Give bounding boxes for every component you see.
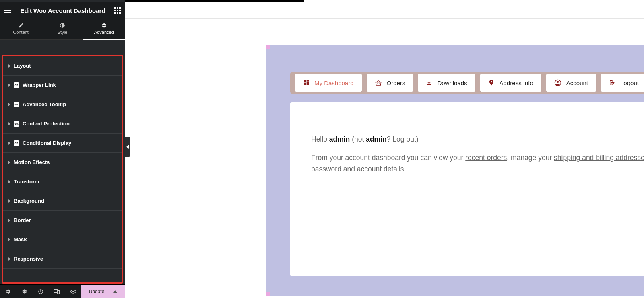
panel-label: Responsive — [14, 256, 43, 262]
tab-logout[interactable]: Logout — [601, 74, 644, 92]
panel-label: Background — [14, 198, 44, 204]
download-icon — [426, 80, 432, 86]
chevron-right-icon — [8, 142, 10, 145]
tab-label: Advanced — [94, 30, 114, 35]
panel-label: Conditional Display — [23, 140, 71, 146]
greeting-line: Hello admin (not admin? Log out) — [311, 134, 644, 145]
username: admin — [329, 135, 350, 143]
svg-point-8 — [377, 84, 378, 84]
ea-badge-icon: ea — [14, 121, 19, 127]
text: , manage your — [507, 154, 554, 162]
svg-rect-2 — [58, 290, 60, 294]
user-icon — [554, 79, 561, 86]
panel-label: Motion Effects — [14, 159, 50, 165]
panel-mask[interactable]: Mask — [3, 230, 122, 249]
text: ? — [387, 135, 393, 143]
section-container[interactable]: My Dashboard Orders Downloads Address In… — [266, 45, 644, 296]
tab-orders[interactable]: Orders — [367, 74, 413, 92]
svg-rect-5 — [307, 80, 309, 82]
svg-rect-6 — [307, 82, 309, 85]
tab-label: Downloads — [437, 80, 467, 86]
chevron-right-icon — [8, 64, 10, 68]
panel-label: Advanced Tooltip — [23, 101, 66, 107]
panel-label: Mask — [14, 236, 27, 243]
elementor-sidebar: Edit Woo Account Dashboard Content Style… — [0, 0, 125, 298]
chevron-right-icon — [8, 103, 10, 106]
gear-icon — [101, 23, 107, 28]
addresses-link[interactable]: shipping and billing addresses — [554, 154, 644, 162]
ea-badge-icon: ea — [14, 140, 19, 146]
gear-icon — [5, 289, 11, 294]
update-label: Update — [89, 289, 105, 294]
editor-subnav: Content Style Advanced — [0, 18, 125, 40]
tab-style[interactable]: Style — [41, 18, 83, 39]
preview-button[interactable] — [65, 285, 81, 298]
resize-handle[interactable] — [266, 45, 270, 49]
tab-my-dashboard[interactable]: My Dashboard — [295, 74, 362, 92]
panel-background[interactable]: Background — [3, 191, 122, 211]
panel-label: Wrapper Link — [23, 82, 56, 88]
panel-border[interactable]: Border — [3, 211, 122, 230]
chevron-right-icon — [8, 84, 10, 87]
dashboard-intro: From your account dashboard you can view… — [311, 152, 644, 175]
editor-title: Edit Woo Account Dashboard — [11, 7, 114, 14]
text: From your account dashboard you can view… — [311, 154, 465, 162]
responsive-button[interactable] — [49, 285, 65, 298]
panel-collapse-handle[interactable] — [125, 137, 130, 157]
tab-address-info[interactable]: Address Info — [480, 74, 541, 92]
ea-badge-icon: ea — [14, 102, 19, 107]
text: Hello — [311, 135, 329, 143]
settings-button[interactable] — [0, 285, 16, 298]
panel-motion-effects[interactable]: Motion Effects — [3, 153, 122, 172]
chevron-right-icon — [8, 199, 10, 203]
logout-icon — [609, 80, 615, 86]
tab-account[interactable]: Account — [546, 74, 596, 92]
svg-rect-7 — [304, 83, 306, 85]
username: admin — [366, 135, 387, 143]
logout-link[interactable]: Log out — [392, 135, 416, 143]
panel-label: Content Protection — [23, 121, 70, 127]
update-button[interactable]: Update — [81, 285, 125, 298]
panel-content-protection[interactable]: eaContent Protection — [3, 114, 122, 134]
pencil-icon — [18, 23, 24, 28]
sidebar-footer: Update — [0, 284, 125, 298]
svg-rect-4 — [304, 80, 306, 82]
chevron-left-icon — [126, 145, 129, 149]
svg-point-3 — [72, 291, 74, 292]
tab-downloads[interactable]: Downloads — [418, 74, 475, 92]
svg-point-9 — [379, 84, 380, 84]
text: (not — [350, 135, 366, 143]
devices-icon — [54, 289, 60, 294]
widgets-grid-icon[interactable] — [114, 7, 121, 14]
panel-responsive[interactable]: Responsive — [3, 249, 122, 269]
navigator-button[interactable] — [16, 285, 32, 298]
tab-label: Style — [58, 30, 67, 35]
tab-advanced[interactable]: Advanced — [83, 18, 125, 39]
advanced-panels: Layout eaWrapper Link eaAdvanced Tooltip… — [2, 55, 123, 284]
svg-point-11 — [557, 81, 559, 83]
tab-label: My Dashboard — [314, 80, 354, 86]
panel-advanced-tooltip[interactable]: eaAdvanced Tooltip — [3, 95, 122, 114]
panel-label: Border — [14, 217, 31, 223]
location-icon — [488, 79, 495, 86]
chevron-right-icon — [8, 257, 10, 261]
tab-content[interactable]: Content — [0, 18, 41, 39]
chevron-right-icon — [8, 180, 10, 183]
menu-icon[interactable] — [4, 8, 11, 13]
eye-icon — [70, 289, 76, 294]
history-button[interactable] — [33, 285, 49, 298]
resize-handle[interactable] — [266, 292, 270, 296]
tab-label: Orders — [387, 80, 405, 86]
tab-label: Content — [13, 30, 29, 35]
panel-wrapper-link[interactable]: eaWrapper Link — [3, 76, 122, 95]
panel-label: Layout — [14, 63, 31, 69]
panel-transform[interactable]: Transform — [3, 172, 122, 191]
panel-conditional-display[interactable]: eaConditional Display — [3, 134, 122, 153]
panel-layout[interactable]: Layout — [3, 56, 122, 76]
ea-badge-icon: ea — [14, 82, 19, 88]
text: ) — [416, 135, 419, 143]
recent-orders-link[interactable]: recent orders — [465, 154, 507, 162]
layers-icon — [22, 289, 27, 294]
history-icon — [38, 289, 43, 294]
tab-label: Account — [566, 80, 588, 86]
